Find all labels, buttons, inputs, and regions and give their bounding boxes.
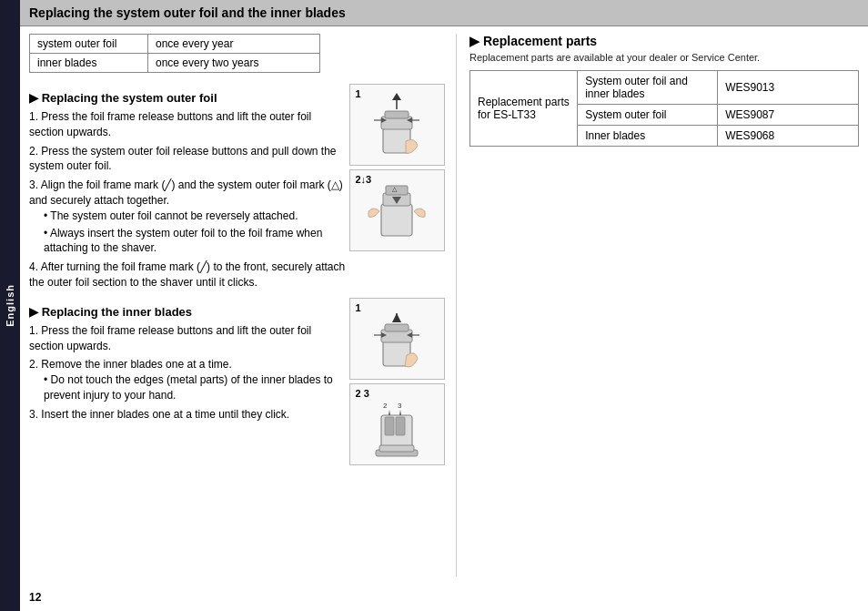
step-num: 1. xyxy=(29,324,38,337)
inner-blades-section: Replacing the inner blades 1. Press the … xyxy=(29,298,447,465)
diag4-label: 2 3 xyxy=(356,388,369,399)
step-num: 1. xyxy=(29,110,38,123)
list-item: 1. Press the foil frame release buttons … xyxy=(29,323,347,354)
step-num: 3. xyxy=(29,178,38,191)
part-desc: Inner blades xyxy=(578,126,718,147)
diag2-label: 2↓3 xyxy=(356,174,372,185)
step-text: Press the system outer foil release butt… xyxy=(29,145,337,173)
sidebar-label: English xyxy=(5,284,15,327)
step-text: After turning the foil frame mark (╱) to… xyxy=(29,260,345,289)
part-desc: System outer foil xyxy=(578,105,718,126)
sub-bullet: The system outer foil cannot be reversel… xyxy=(29,209,347,224)
svg-rect-25 xyxy=(396,417,405,435)
inner-blades-heading: Replacing the inner blades xyxy=(29,305,347,319)
step-text: Press the foil frame release buttons and… xyxy=(29,324,311,352)
parts-table-row: Replacement parts for ES-LT33System oute… xyxy=(470,71,859,105)
outer-foil-svg-1 xyxy=(356,91,438,159)
svg-marker-26 xyxy=(389,410,390,415)
step-text: Remove the inner blades one at a time. xyxy=(41,358,231,371)
list-item: 3. Align the foil frame mark (╱) and the… xyxy=(29,178,347,256)
replacement-schedule-row: inner bladesonce every two years xyxy=(30,54,320,73)
part-desc: System outer foil and inner blades xyxy=(578,71,718,105)
replacement-schedule-table: system outer foilonce every yearinner bl… xyxy=(29,34,320,73)
parts-heading: Replacement parts xyxy=(469,34,859,48)
outer-foil-section: Replacing the system outer foil 1. Press… xyxy=(29,84,447,298)
svg-marker-27 xyxy=(399,410,401,415)
outer-foil-images: 1 xyxy=(347,84,447,298)
svg-rect-9 xyxy=(381,204,412,236)
left-column: system outer foilonce every yearinner bl… xyxy=(20,34,457,576)
outer-foil-diagram-2: 2↓3 △ xyxy=(349,169,445,251)
list-item: 4. After turning the foil frame mark (╱)… xyxy=(29,260,347,290)
step-text: Align the foil frame mark (╱) and the sy… xyxy=(29,178,343,207)
svg-rect-16 xyxy=(385,324,409,331)
step-num: 4. xyxy=(29,260,38,273)
parts-table: Replacement parts for ES-LT33System oute… xyxy=(469,70,859,147)
svg-rect-2 xyxy=(385,111,409,118)
columns: system outer foilonce every yearinner bl… xyxy=(20,26,868,584)
sub-bullet: Do not touch the edges (metal parts) of … xyxy=(29,372,347,403)
svg-rect-31 xyxy=(379,445,414,452)
inner-blade-svg-1 xyxy=(356,304,438,372)
inner-blades-text: Replacing the inner blades 1. Press the … xyxy=(29,298,347,465)
part-code: WES9013 xyxy=(718,71,859,105)
page-number: 12 xyxy=(20,584,868,611)
outer-foil-svg-2: △ xyxy=(356,177,438,245)
svg-text:3: 3 xyxy=(398,402,402,410)
outer-foil-diagram-1: 1 xyxy=(349,84,445,166)
parts-subtext: Replacement parts are available at your … xyxy=(469,52,859,63)
svg-marker-4 xyxy=(392,93,401,100)
part-name: inner blades xyxy=(30,54,148,73)
inner-blade-svg-2: 2 3 xyxy=(356,390,438,458)
right-column: Replacement parts Replacement parts are … xyxy=(457,34,868,576)
outer-foil-heading: Replacing the system outer foil xyxy=(29,91,347,105)
list-item: 3. Insert the inner blades one at a time… xyxy=(29,407,347,423)
main-content: Replacing the system outer foil and the … xyxy=(20,0,868,611)
frequency: once every year xyxy=(148,35,320,54)
part-code: WES9087 xyxy=(718,105,859,126)
sub-bullet: Always insert the system outer foil to t… xyxy=(29,226,347,257)
inner-blade-diagram-2: 2 3 2 3 xyxy=(349,383,445,465)
list-item: 2. Press the system outer foil release b… xyxy=(29,144,347,175)
svg-rect-11 xyxy=(386,186,408,195)
svg-text:2: 2 xyxy=(383,402,388,410)
part-name: system outer foil xyxy=(30,35,148,54)
diag1-label: 1 xyxy=(356,88,361,99)
frequency: once every two years xyxy=(148,54,320,73)
step-num: 2. xyxy=(29,145,38,158)
step-num: 3. xyxy=(29,408,38,421)
diag3-label: 1 xyxy=(356,302,361,313)
inner-blades-images: 1 xyxy=(347,298,447,465)
svg-rect-24 xyxy=(385,417,394,435)
step-text: Press the foil frame release buttons and… xyxy=(29,110,311,138)
list-item: 2. Remove the inner blades one at a time… xyxy=(29,357,347,402)
part-code: WES9068 xyxy=(718,126,859,147)
outer-foil-text: Replacing the system outer foil 1. Press… xyxy=(29,84,347,298)
inner-blade-diagram-1: 1 xyxy=(349,298,445,380)
model-label: Replacement parts for ES-LT33 xyxy=(470,71,578,147)
replacement-schedule-row: system outer foilonce every year xyxy=(30,35,320,54)
page-title: Replacing the system outer foil and the … xyxy=(20,0,868,26)
list-item: 1. Press the foil frame release buttons … xyxy=(29,109,347,140)
step-text: Insert the inner blades one at a time un… xyxy=(41,408,289,421)
step-num: 2. xyxy=(29,358,38,371)
sidebar: English xyxy=(0,0,20,611)
